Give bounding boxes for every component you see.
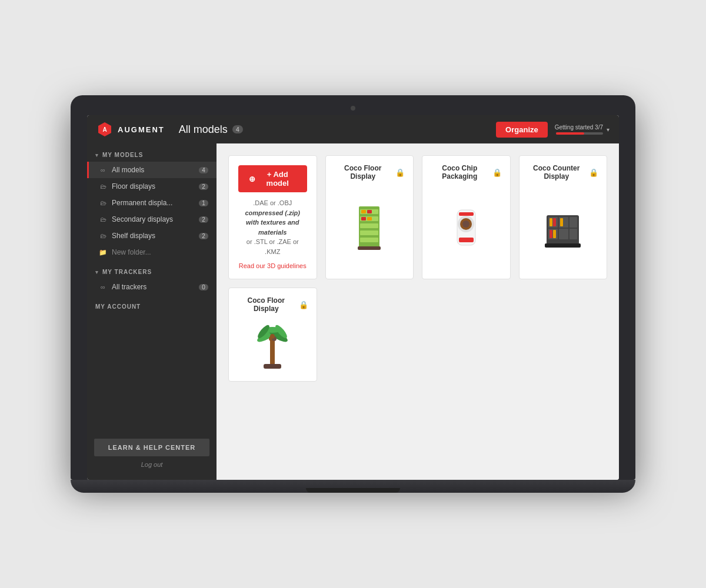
- model-card-coco-chip-packaging[interactable]: Coco Chip Packaging 🔒: [422, 155, 511, 279]
- svg-rect-8: [361, 210, 366, 213]
- model-card-coco-floor-display[interactable]: Coco Floor Display 🔒: [325, 155, 414, 279]
- model-card-coco-floor-display-2[interactable]: Coco Floor Display 🔒: [228, 288, 317, 382]
- svg-rect-28: [560, 218, 563, 226]
- permanent-displays-badge: 1: [199, 200, 208, 206]
- sidebar-my-trackers-section: ▾ MY TRACKERS: [87, 260, 217, 279]
- sidebar: ▾ MY MODELS ∞ All models 4 🗁 Floor displ…: [87, 143, 217, 480]
- svg-rect-18: [459, 212, 474, 216]
- svg-point-40: [270, 334, 275, 339]
- svg-text:A: A: [102, 126, 106, 133]
- svg-rect-27: [553, 218, 556, 226]
- sidebar-new-folder[interactable]: 📁 New folder...: [87, 244, 217, 260]
- header-count-badge: 4: [232, 125, 243, 133]
- secondary-displays-badge: 2: [199, 216, 208, 223]
- my-account-label: MY ACCOUNT: [95, 303, 141, 310]
- folder-shelf-icon: 🗁: [99, 232, 107, 239]
- my-models-label: MY MODELS: [102, 152, 143, 158]
- svg-rect-31: [545, 243, 581, 248]
- shelf-displays-badge: 2: [199, 233, 208, 239]
- logo-text: AUGMENT: [118, 125, 165, 134]
- new-folder-icon: 📁: [99, 249, 107, 256]
- sidebar-item-floor-displays[interactable]: 🗁 Floor displays 2: [87, 178, 217, 195]
- read-3d-guidelines-link[interactable]: Read our 3D guidelines: [239, 262, 307, 269]
- sidebar-footer: LEARN & HELP CENTER Log out: [87, 432, 217, 480]
- new-folder-label: New folder...: [112, 248, 151, 256]
- laptop-body: A AUGMENT All models 4 Organize Getting …: [71, 95, 635, 480]
- coco-floor-display-2-name: Coco Floor Display: [237, 296, 295, 313]
- add-model-description: .DAE or .OBJ compressed (.zip) with text…: [238, 198, 307, 256]
- sidebar-item-all-trackers[interactable]: ∞ All trackers 0: [87, 279, 217, 295]
- floor-displays-label: Floor displays: [112, 182, 194, 191]
- my-trackers-chevron-icon: ▾: [95, 269, 99, 275]
- lock-icon-counter: 🔒: [589, 168, 598, 177]
- lock-icon-floor-2: 🔒: [299, 300, 308, 309]
- lock-icon-floor: 🔒: [395, 168, 405, 177]
- my-trackers-label: MY TRACKERS: [102, 269, 152, 275]
- laptop-wrapper: A AUGMENT All models 4 Organize Getting …: [71, 95, 635, 493]
- folder-floor-icon: 🗁: [99, 183, 107, 190]
- header-title: All models 4: [179, 123, 496, 136]
- model-thumbnail-chip: [431, 186, 502, 270]
- augment-logo-icon: A: [96, 121, 113, 138]
- floor-displays-badge: 2: [199, 183, 208, 190]
- counter-display-thumbnail: [544, 206, 582, 250]
- organize-button[interactable]: Organize: [496, 122, 548, 138]
- floor-display-palm-thumbnail: [255, 321, 290, 371]
- model-thumbnail-floor: [334, 186, 405, 270]
- infinity-trackers-icon: ∞: [99, 283, 107, 290]
- svg-rect-6: [360, 230, 378, 235]
- add-model-plus-icon: ⊕: [249, 175, 255, 183]
- sidebar-item-shelf-displays[interactable]: 🗁 Shelf displays 2: [87, 228, 217, 244]
- infinity-icon: ∞: [99, 166, 107, 173]
- all-trackers-badge: 0: [199, 284, 208, 290]
- getting-started-label: Getting started 3/7: [555, 124, 603, 131]
- shelf-displays-label: Shelf displays: [112, 232, 194, 240]
- svg-rect-25: [570, 229, 577, 239]
- sidebar-my-account-section: MY ACCOUNT: [87, 295, 217, 313]
- model-card-header-chip: Coco Chip Packaging 🔒: [431, 164, 502, 181]
- lock-icon-chip: 🔒: [492, 168, 502, 177]
- coco-floor-display-name: Coco Floor Display: [334, 164, 392, 181]
- permanent-displays-label: Permanent displa...: [112, 199, 194, 207]
- laptop-screen: A AUGMENT All models 4 Organize Getting …: [87, 115, 619, 480]
- app-header: A AUGMENT All models 4 Organize Getting …: [87, 115, 619, 143]
- model-card-header-floor: Coco Floor Display 🔒: [334, 164, 405, 181]
- all-models-badge: 4: [199, 167, 208, 173]
- svg-point-16: [462, 220, 469, 228]
- learn-help-button[interactable]: LEARN & HELP CENTER: [94, 439, 209, 456]
- folder-secondary-icon: 🗁: [99, 216, 107, 223]
- sidebar-item-secondary-displays[interactable]: 🗁 Secondary displays 2: [87, 211, 217, 228]
- header-right: Organize Getting started 3/7 ▾: [496, 122, 610, 138]
- svg-rect-24: [559, 229, 568, 239]
- add-model-line3: or .STL or .ZAE or .KMZ: [247, 238, 299, 255]
- logout-link[interactable]: Log out: [94, 456, 209, 473]
- folder-permanent-icon: 🗁: [99, 199, 107, 206]
- add-model-button[interactable]: ⊕ + Add model: [238, 165, 307, 192]
- coco-chip-packaging-name: Coco Chip Packaging: [431, 164, 489, 181]
- svg-rect-30: [553, 230, 556, 238]
- floor-display-thumbnail: [353, 203, 385, 253]
- all-trackers-label: All trackers: [112, 283, 194, 291]
- svg-rect-7: [360, 238, 378, 242]
- main-content: ⊕ + Add model .DAE or .OBJ compressed (.…: [217, 143, 619, 480]
- getting-started-container[interactable]: Getting started 3/7 ▾: [555, 124, 610, 135]
- model-card-coco-counter-display[interactable]: Coco Counter Display 🔒: [519, 155, 608, 279]
- chip-packaging-thumbnail: [450, 205, 482, 252]
- add-model-card[interactable]: ⊕ + Add model .DAE or .OBJ compressed (.…: [228, 155, 317, 279]
- svg-rect-11: [367, 217, 372, 220]
- svg-rect-22: [570, 217, 577, 228]
- add-model-line1: .DAE or .OBJ: [253, 199, 292, 206]
- svg-rect-29: [550, 230, 552, 238]
- header-title-text: All models: [179, 123, 228, 136]
- model-thumbnail-floor-2: [237, 319, 308, 373]
- sidebar-item-all-models[interactable]: ∞ All models 4: [87, 162, 217, 178]
- model-thumbnail-counter: [528, 186, 599, 270]
- svg-rect-9: [367, 210, 372, 213]
- svg-rect-41: [264, 364, 281, 369]
- sidebar-item-permanent-displays[interactable]: 🗁 Permanent displa... 1: [87, 195, 217, 211]
- chevron-down-icon: ▾: [607, 126, 610, 133]
- all-models-label: All models: [112, 166, 194, 174]
- add-model-line2: compressed (.zip) with textures and mate…: [245, 209, 300, 236]
- svg-rect-17: [459, 238, 474, 242]
- app-body: ▾ MY MODELS ∞ All models 4 🗁 Floor displ…: [87, 143, 619, 480]
